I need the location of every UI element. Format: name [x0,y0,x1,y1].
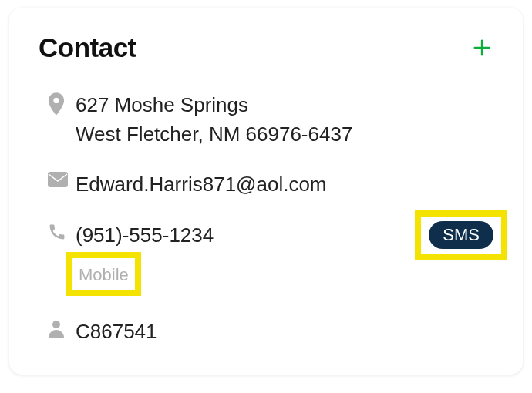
card-title: Contact [39,32,136,63]
sms-button[interactable]: SMS [429,221,493,249]
address-text: 627 Moshe Springs West Fletcher, NM 6697… [76,91,493,149]
svg-rect-2 [48,172,68,187]
svg-point-3 [52,321,60,328]
phone-type: Mobile [79,263,129,287]
location-pin-icon [48,92,65,116]
add-contact-button[interactable] [470,36,493,59]
phone-row: (951)-555-1234 Mobile SMS [39,221,493,296]
email-text: Edward.Harris871@aol.com [76,170,493,200]
phone-number: (951)-555-1234 [76,221,415,250]
id-icon-cell [39,317,76,338]
address-line2: West Fletcher, NM 66976-6437 [76,120,493,149]
phone-icon [48,223,66,241]
envelope-icon [48,172,68,187]
email-row: Edward.Harris871@aol.com [39,170,493,200]
phone-icon-cell [39,221,76,241]
phone-action: SMS [415,221,493,249]
email-icon-cell [39,170,76,187]
id-text: C867541 [76,317,493,347]
plus-icon [471,37,493,59]
address-icon-cell [39,91,76,116]
person-icon [48,319,65,338]
phone-content: (951)-555-1234 Mobile [76,221,415,296]
phone-type-highlight: Mobile [66,252,141,297]
id-row: C867541 [39,317,493,347]
address-line1: 627 Moshe Springs [76,91,493,120]
contact-card: Contact 627 Moshe Springs West Fletcher,… [9,8,523,375]
card-header: Contact [39,32,493,63]
address-row: 627 Moshe Springs West Fletcher, NM 6697… [39,91,493,149]
sms-highlight: SMS [415,210,507,260]
